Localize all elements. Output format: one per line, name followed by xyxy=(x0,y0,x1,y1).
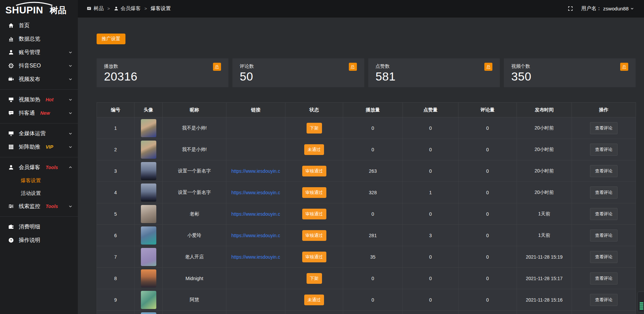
status-badge-button[interactable]: 审核通过 xyxy=(302,209,326,219)
breadcrumb-label: 树品 xyxy=(94,5,104,12)
status-badge-button[interactable]: 未通过 xyxy=(304,144,324,155)
video-link[interactable]: https://www.iesdouyin.c xyxy=(226,203,285,225)
sidebar-item-matrix-boost[interactable]: 矩阵助推 VIP xyxy=(0,140,78,154)
fullscreen-icon[interactable] xyxy=(568,6,573,11)
person-icon xyxy=(114,6,119,11)
sidebar-item-douketong[interactable]: 抖客通 New xyxy=(0,106,78,120)
breadcrumb-item-baoke-settings[interactable]: 爆客设置 xyxy=(151,5,171,12)
gear-icon xyxy=(8,63,14,69)
app-root: SHUPIN 树品 首页 数据总览 账号管理 抖音SEO 视频发布 视频加热 H… xyxy=(0,0,644,314)
help-icon: ? xyxy=(8,237,14,243)
logo[interactable]: SHUPIN 树品 xyxy=(0,0,78,17)
status-badge-button[interactable]: 审核通过 xyxy=(302,187,326,198)
view-comments-button[interactable]: 查看评论 xyxy=(590,294,618,306)
sidebar-item-home[interactable]: 首页 xyxy=(0,19,78,32)
sidebar-item-consumption-detail[interactable]: 消费明细 xyxy=(0,220,78,233)
status-cell: 未通过 xyxy=(285,289,343,311)
status-badge-button[interactable]: 审核通过 xyxy=(302,252,326,262)
view-comments-button[interactable]: 查看评论 xyxy=(590,187,618,199)
status-badge-button[interactable]: 下架 xyxy=(307,123,322,134)
breadcrumb-item-shupin[interactable]: 树品 xyxy=(87,5,104,12)
chat-icon xyxy=(8,110,14,116)
video-link[interactable] xyxy=(226,289,285,311)
sidebar: SHUPIN 树品 首页 数据总览 账号管理 抖音SEO 视频发布 视频加热 H… xyxy=(0,0,78,314)
stat-card-comments: 评论数 50 总 xyxy=(232,58,364,87)
row-number-cell xyxy=(97,311,135,314)
total-badge: 总 xyxy=(349,63,357,71)
comments-cell: 0 xyxy=(459,160,517,182)
likes-cell xyxy=(403,311,459,314)
view-comments-button[interactable]: 查看评论 xyxy=(590,144,618,156)
sidebar-item-label: 矩阵助推 xyxy=(19,144,40,151)
video-link[interactable] xyxy=(226,268,285,289)
sidebar-item-video-publish[interactable]: 视频发布 xyxy=(0,72,78,86)
sidebar-subitem-baoke-settings[interactable]: 爆客设置 xyxy=(0,174,78,187)
floating-widget[interactable] xyxy=(637,292,644,312)
status-cell: 审核通过 xyxy=(285,182,343,203)
view-comments-button[interactable]: 查看评论 xyxy=(590,251,618,263)
nickname-cell: 阿慧 xyxy=(163,289,226,311)
row-number-cell: 9 xyxy=(97,289,135,311)
comments-cell: 0 xyxy=(459,268,517,289)
status-badge-button[interactable]: 未通过 xyxy=(304,295,324,305)
sidebar-item-video-heat[interactable]: 视频加热 Hot xyxy=(0,93,78,106)
sidebar-item-member-baoke[interactable]: 会员爆客 Tools xyxy=(0,161,78,174)
time-cell xyxy=(517,311,572,314)
board-icon xyxy=(87,6,92,11)
promo-settings-button[interactable]: 推广设置 xyxy=(97,34,125,44)
view-comments-button[interactable]: 查看评论 xyxy=(590,165,618,177)
table-row: 1 我不是小帅! 下架 0 0 0 20小时前 查看评论 xyxy=(97,117,636,139)
chevron-up-icon xyxy=(68,165,72,169)
table-row: 6 小爱玲 https://www.iesdouyin.c 审核通过 281 3… xyxy=(97,225,636,246)
breadcrumb-separator: > xyxy=(145,6,147,11)
sidebar-subitem-activity-settings[interactable]: 活动设置 xyxy=(0,187,78,200)
avatar-cell xyxy=(135,139,163,160)
screen-icon xyxy=(8,97,14,103)
video-link[interactable]: https://www.iesdouyin.c xyxy=(226,182,285,203)
avatar xyxy=(141,162,156,180)
time-cell: 2021-11-28 15:16 xyxy=(517,289,572,311)
breadcrumb-item-member-baoke[interactable]: 会员爆客 xyxy=(114,5,141,12)
sidebar-item-data-overview[interactable]: 数据总览 xyxy=(0,32,78,46)
topbar-right: 用户名：zswodun88 xyxy=(568,5,634,12)
row-number-cell: 2 xyxy=(97,139,135,160)
status-cell: 审核通过 xyxy=(285,225,343,246)
table-row: 7 老人开店 https://www.iesdouyin.c 审核通过 35 0… xyxy=(97,246,636,268)
comments-cell: 0 xyxy=(459,289,517,311)
stat-value: 20316 xyxy=(104,70,221,83)
status-cell: 审核通过 xyxy=(285,246,343,268)
comments-cell: 0 xyxy=(459,203,517,225)
status-cell: 下架 xyxy=(285,268,343,289)
video-link[interactable] xyxy=(226,139,285,160)
sidebar-menu: 首页 数据总览 账号管理 抖音SEO 视频发布 视频加热 Hot 抖客通 New… xyxy=(0,17,78,247)
status-badge-button[interactable]: 审核通过 xyxy=(302,230,326,241)
action-cell: 查看评论 xyxy=(572,203,636,225)
view-comments-button[interactable]: 查看评论 xyxy=(590,122,618,134)
video-link[interactable]: https://www.iesdouyin.c xyxy=(226,246,285,268)
view-comments-button[interactable]: 查看评论 xyxy=(590,229,618,242)
sidebar-item-clue-monitor[interactable]: 线索监控 Tools xyxy=(0,200,78,213)
sidebar-divider xyxy=(0,157,78,157)
chevron-down-icon xyxy=(68,145,72,149)
video-link[interactable]: https://www.iesdouyin.c xyxy=(226,225,285,246)
view-comments-button[interactable]: 查看评论 xyxy=(590,208,618,220)
sidebar-item-all-media-operation[interactable]: 全媒体运营 xyxy=(0,127,78,140)
stat-label: 播放数 xyxy=(104,63,221,69)
nickname-cell: 设置一个新名字 xyxy=(163,182,226,203)
sidebar-item-douyin-seo[interactable]: 抖音SEO xyxy=(0,59,78,72)
comments-cell: 0 xyxy=(459,225,517,246)
sidebar-item-account-management[interactable]: 账号管理 xyxy=(0,46,78,59)
sidebar-item-tag: Hot xyxy=(46,97,53,102)
sidebar-item-operation-guide[interactable]: ? 操作说明 xyxy=(0,233,78,247)
plays-cell: 281 xyxy=(343,225,403,246)
video-link[interactable] xyxy=(226,311,285,314)
view-comments-button[interactable]: 查看评论 xyxy=(590,272,618,284)
nickname-cell: 小爱玲 xyxy=(163,225,226,246)
video-link[interactable]: https://www.iesdouyin.c xyxy=(226,160,285,182)
video-link[interactable] xyxy=(226,117,285,139)
plays-cell: 35 xyxy=(343,246,403,268)
user-menu[interactable]: 用户名：zswodun88 xyxy=(581,5,634,12)
status-badge-button[interactable]: 下架 xyxy=(307,273,322,284)
avatar xyxy=(141,184,156,202)
status-badge-button[interactable]: 审核通过 xyxy=(302,166,326,176)
